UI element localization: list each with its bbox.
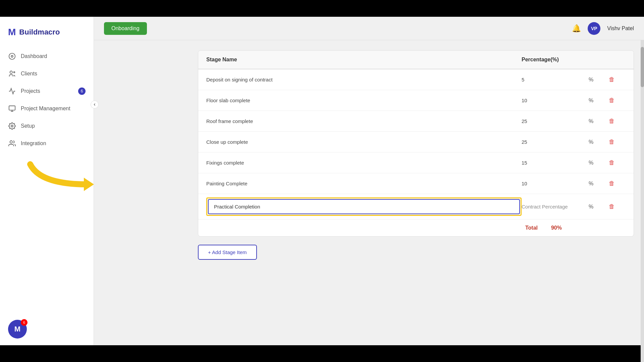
svg-point-1 — [11, 55, 13, 57]
total-label: Total — [525, 225, 538, 231]
col-percentage-header: Percentage(%) — [522, 57, 589, 63]
percentage-cell: 5 — [522, 77, 589, 82]
stage-name-input[interactable] — [208, 199, 520, 214]
total-value: 90% — [551, 225, 562, 231]
stage-table: Stage Name Percentage(%) Deposit on sign… — [198, 50, 634, 237]
svg-point-0 — [9, 53, 15, 59]
svg-rect-4 — [9, 106, 15, 110]
svg-marker-7 — [84, 178, 94, 191]
user-name-label: Vishv Patel — [607, 25, 634, 32]
bottom-notification-badge: 6 — [21, 319, 28, 326]
dashboard-icon — [8, 52, 16, 60]
percent-symbol: % — [589, 139, 609, 145]
table-row: Floor slab complete 10 % 🗑 — [198, 90, 634, 111]
user-avatar: VP — [588, 22, 600, 35]
sidebar-item-setup[interactable]: Setup — [0, 117, 94, 135]
col-stage-name-header: Stage Name — [206, 57, 522, 63]
bottom-notification-icon[interactable]: M 6 — [8, 320, 27, 339]
integration-icon — [8, 139, 16, 147]
svg-point-5 — [11, 125, 13, 127]
delete-row-icon[interactable]: 🗑 — [609, 138, 626, 145]
sidebar-bottom: M 6 — [0, 313, 94, 345]
svg-point-3 — [14, 72, 15, 73]
percent-symbol: % — [589, 118, 609, 124]
sidebar-label-dashboard: Dashboard — [21, 53, 47, 59]
stage-name-cell: Fixings complete — [206, 160, 522, 166]
projects-badge: 6 — [78, 87, 86, 95]
delete-row-icon[interactable]: 🗑 — [609, 159, 626, 166]
bottom-logo-letter: M — [14, 325, 20, 334]
sidebar: M Buildmacro Dashboard Clients Projects … — [0, 17, 94, 345]
sidebar-label-project-management: Project Management — [21, 106, 70, 112]
header: Onboarding 🔔 VP Vishv Patel — [94, 17, 644, 40]
sidebar-label-integration: Integration — [21, 140, 46, 146]
input-highlight-wrapper — [206, 197, 522, 216]
clients-icon — [8, 70, 16, 78]
stage-name-cell: Painting Complete — [206, 181, 522, 186]
logo-area: M Buildmacro — [0, 23, 94, 48]
sidebar-collapse-button[interactable] — [91, 101, 99, 109]
projects-icon — [8, 87, 16, 95]
percent-symbol: % — [589, 77, 609, 83]
delete-row-icon[interactable]: 🗑 — [609, 180, 626, 187]
delete-row-icon[interactable]: 🗑 — [609, 203, 626, 210]
sidebar-item-dashboard[interactable]: Dashboard — [0, 48, 94, 65]
percentage-cell: 25 — [522, 118, 589, 124]
sidebar-label-projects: Projects — [21, 88, 40, 94]
main-content: Stage Name Percentage(%) Deposit on sign… — [188, 40, 644, 345]
delete-row-icon[interactable]: 🗑 — [609, 97, 626, 104]
annotation-arrow — [20, 158, 114, 198]
sidebar-item-project-management[interactable]: Project Management — [0, 100, 94, 117]
sidebar-item-clients[interactable]: Clients — [0, 65, 94, 82]
active-stage-input-row: Contract Percentage % 🗑 — [198, 194, 634, 220]
delete-row-icon[interactable]: 🗑 — [609, 118, 626, 125]
table-row: Fixings complete 15 % 🗑 — [198, 153, 634, 173]
svg-point-2 — [10, 71, 12, 73]
svg-point-6 — [10, 141, 12, 143]
notification-bell-icon[interactable]: 🔔 — [572, 24, 581, 33]
table-row: Roof frame complete 25 % 🗑 — [198, 111, 634, 132]
table-header-row: Stage Name Percentage(%) — [198, 51, 634, 69]
table-row: Close up complete 25 % 🗑 — [198, 132, 634, 153]
percentage-cell: 15 — [522, 160, 589, 166]
add-stage-item-button[interactable]: + Add Stage Item — [198, 245, 257, 260]
onboarding-tab-button[interactable]: Onboarding — [104, 22, 147, 35]
percent-symbol: % — [589, 204, 609, 210]
logo-icon: M — [8, 27, 16, 38]
setup-icon — [8, 122, 16, 130]
delete-row-icon[interactable]: 🗑 — [609, 76, 626, 83]
percent-symbol: % — [589, 181, 609, 187]
total-row: Total 90% — [198, 220, 634, 236]
scrollbar-thumb[interactable] — [641, 47, 644, 87]
sidebar-label-setup: Setup — [21, 123, 35, 129]
stage-name-cell: Deposit on signing of contract — [206, 77, 522, 82]
percentage-cell: 10 — [522, 181, 589, 186]
stage-name-cell: Close up complete — [206, 139, 522, 145]
percent-symbol: % — [589, 98, 609, 104]
percentage-cell: 10 — [522, 98, 589, 103]
project-management-icon — [8, 105, 16, 113]
sidebar-item-integration[interactable]: Integration — [0, 135, 94, 152]
stage-name-cell: Roof frame complete — [206, 118, 522, 124]
percentage-cell: 25 — [522, 139, 589, 145]
stage-name-cell: Floor slab complete — [206, 98, 522, 103]
sidebar-item-projects[interactable]: Projects 6 — [0, 82, 94, 100]
table-row: Deposit on signing of contract 5 % 🗑 — [198, 69, 634, 90]
scrollbar[interactable] — [641, 40, 644, 362]
contract-percentage-label: Contract Percentage — [522, 204, 589, 209]
sidebar-label-clients: Clients — [21, 71, 37, 77]
percent-symbol: % — [589, 160, 609, 166]
header-right: 🔔 VP Vishv Patel — [572, 22, 634, 35]
app-name: Buildmacro — [19, 28, 60, 37]
table-row: Painting Complete 10 % 🗑 — [198, 173, 634, 194]
